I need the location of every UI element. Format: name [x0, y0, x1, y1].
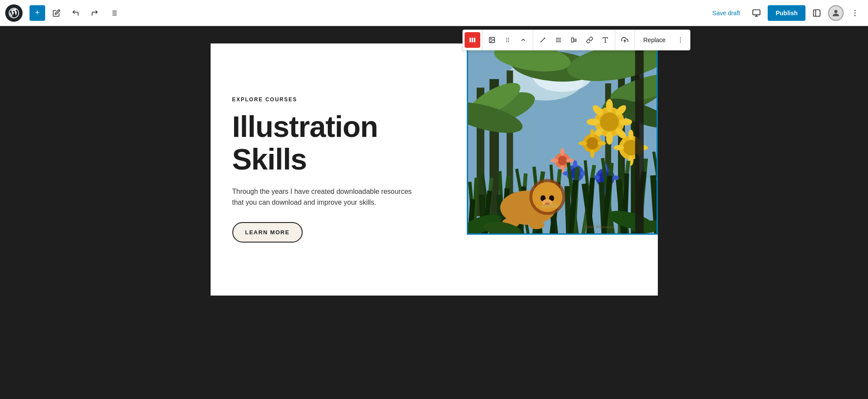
block-toolbar: Replace	[462, 30, 690, 50]
preview-icon	[752, 9, 761, 17]
resize-handle-bottom[interactable]	[559, 233, 565, 235]
text-button[interactable]	[597, 32, 613, 48]
svg-point-75	[586, 137, 598, 150]
settings-sidebar-button[interactable]	[809, 5, 825, 21]
replace-group: Replace	[635, 30, 690, 50]
svg-point-62	[606, 132, 613, 145]
svg-point-59	[600, 113, 618, 131]
svg-point-91	[551, 158, 558, 163]
add-block-button[interactable]: +	[30, 5, 45, 21]
image-button[interactable]	[484, 32, 500, 48]
more-dots-icon	[677, 37, 684, 43]
options-button[interactable]	[847, 5, 863, 21]
heading-line2: Skills	[232, 143, 307, 176]
svg-point-25	[508, 41, 509, 42]
move-icon	[520, 37, 527, 43]
save-draft-button[interactable]: Save draft	[707, 6, 746, 20]
main-toolbar: + Save draft Publish	[0, 0, 868, 26]
tools-button[interactable]	[49, 5, 64, 21]
image-block[interactable]: Henri Rousseau	[467, 43, 658, 235]
svg-point-87	[558, 156, 567, 165]
align-tools-group	[533, 30, 615, 50]
link-icon	[586, 37, 593, 43]
redo-button[interactable]	[87, 5, 102, 21]
svg-point-79	[578, 141, 587, 146]
svg-point-89	[566, 158, 574, 163]
redo-icon	[91, 9, 99, 17]
image-icon	[488, 37, 495, 43]
svg-point-60	[606, 99, 613, 112]
move-button[interactable]	[515, 32, 531, 48]
svg-point-63	[587, 119, 600, 126]
text-icon	[602, 37, 609, 43]
svg-point-22	[506, 40, 507, 40]
more-options-button[interactable]	[673, 32, 688, 48]
columns-icon	[469, 37, 476, 43]
wordpress-logo[interactable]	[5, 4, 23, 22]
upload-icon	[621, 37, 628, 43]
replace-button[interactable]: Replace	[637, 32, 673, 48]
svg-rect-15	[469, 38, 471, 43]
image-tools-group	[482, 30, 533, 50]
svg-rect-16	[472, 38, 473, 43]
svg-rect-30	[571, 38, 574, 42]
align-full-button[interactable]	[551, 32, 566, 48]
svg-point-24	[506, 41, 507, 42]
svg-point-76	[590, 129, 594, 137]
editor-canvas: EXPLORE COURSES Illustration Skills Thro…	[211, 43, 658, 296]
user-avatar[interactable]	[828, 5, 844, 21]
svg-point-78	[590, 150, 594, 158]
svg-point-14	[855, 15, 856, 16]
svg-point-19	[490, 39, 491, 40]
svg-rect-9	[814, 10, 820, 16]
align-full-icon	[555, 37, 562, 43]
content-left: EXPLORE COURSES Illustration Skills Thro…	[211, 43, 467, 296]
upload-button[interactable]	[617, 32, 633, 48]
jungle-painting: Henri Rousseau	[468, 45, 657, 233]
explore-label: EXPLORE COURSES	[232, 96, 449, 103]
options-icon	[851, 9, 859, 17]
svg-point-39	[680, 42, 681, 43]
svg-rect-159	[635, 45, 644, 233]
learn-more-button[interactable]: LEARN MORE	[232, 222, 303, 243]
svg-rect-17	[474, 38, 475, 43]
svg-point-21	[508, 38, 509, 39]
media-text-icon	[571, 37, 578, 43]
svg-point-12	[855, 10, 856, 11]
svg-point-82	[573, 160, 577, 168]
svg-point-37	[680, 37, 681, 38]
avatar-icon	[831, 8, 841, 18]
drag-button[interactable]	[500, 32, 515, 48]
description-text: Through the years I have created downloa…	[232, 186, 419, 208]
columns-icon-button[interactable]	[465, 32, 480, 48]
preview-button[interactable]	[749, 5, 764, 21]
svg-point-38	[680, 40, 681, 40]
svg-text:Henri Rousseau: Henri Rousseau	[583, 224, 614, 229]
editor-area: EXPLORE COURSES Illustration Skills Thro…	[0, 26, 868, 399]
drag-icon	[504, 37, 511, 43]
svg-point-20	[506, 38, 507, 39]
svg-point-23	[508, 40, 509, 40]
svg-point-73	[614, 145, 624, 150]
svg-point-70	[628, 130, 633, 140]
content-right: Replace	[467, 43, 658, 296]
heading-line1: Illustration	[232, 110, 378, 143]
main-heading: Illustration Skills	[232, 110, 449, 176]
upload-group	[615, 30, 635, 50]
svg-point-77	[597, 141, 606, 146]
sidebar-icon	[812, 9, 821, 17]
text-color-button[interactable]	[535, 32, 551, 48]
media-text-button[interactable]	[566, 32, 582, 48]
undo-button[interactable]	[68, 5, 83, 21]
svg-point-153	[529, 220, 545, 229]
block-type-group	[463, 30, 482, 50]
publish-button[interactable]: Publish	[768, 5, 805, 21]
pencil-icon	[53, 9, 60, 17]
svg-point-61	[619, 119, 632, 126]
svg-rect-6	[753, 10, 760, 15]
link-button[interactable]	[582, 32, 597, 48]
svg-point-88	[560, 148, 564, 156]
list-view-button[interactable]	[106, 5, 122, 21]
resize-handle-right[interactable]	[657, 136, 658, 142]
list-view-icon	[110, 9, 118, 17]
